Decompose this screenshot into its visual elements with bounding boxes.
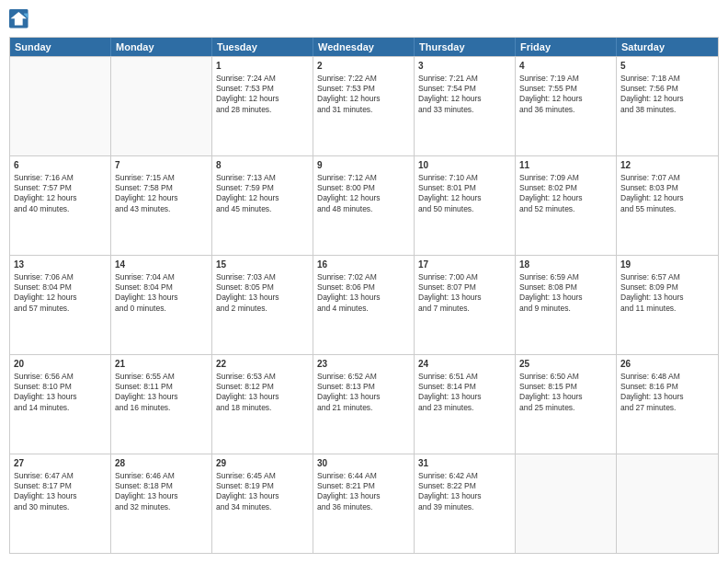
daylight-text-1: Daylight: 13 hours (216, 392, 309, 402)
sunset-text: Sunset: 8:03 PM (620, 183, 714, 193)
day-number: 27 (14, 457, 107, 470)
sunset-text: Sunset: 8:18 PM (115, 481, 208, 491)
sunrise-text: Sunrise: 7:06 AM (14, 272, 107, 282)
calendar-cell: 5Sunrise: 7:18 AMSunset: 7:56 PMDaylight… (617, 57, 718, 155)
sunrise-text: Sunrise: 6:56 AM (14, 372, 107, 382)
calendar-cell: 11Sunrise: 7:09 AMSunset: 8:02 PMDayligh… (516, 156, 617, 255)
daylight-text-2: and 31 minutes. (317, 105, 410, 115)
daylight-text-1: Daylight: 12 hours (14, 293, 107, 303)
sunset-text: Sunset: 7:57 PM (14, 183, 107, 193)
daylight-text-2: and 25 minutes. (519, 403, 612, 413)
daylight-text-1: Daylight: 13 hours (519, 392, 612, 402)
sunrise-text: Sunrise: 7:24 AM (216, 74, 309, 84)
calendar-cell: 24Sunrise: 6:51 AMSunset: 8:14 PMDayligh… (415, 355, 516, 454)
sunrise-text: Sunrise: 7:18 AM (620, 74, 714, 84)
sunset-text: Sunset: 7:56 PM (620, 84, 714, 94)
day-number: 6 (14, 159, 107, 172)
daylight-text-2: and 7 minutes. (418, 304, 511, 314)
day-number: 10 (418, 159, 511, 172)
daylight-text-1: Daylight: 13 hours (418, 392, 511, 402)
daylight-text-2: and 16 minutes. (115, 403, 208, 413)
sunrise-text: Sunrise: 6:52 AM (317, 372, 410, 382)
calendar-cell: 8Sunrise: 7:13 AMSunset: 7:59 PMDaylight… (212, 156, 313, 255)
calendar-cell: 28Sunrise: 6:46 AMSunset: 8:18 PMDayligh… (111, 454, 212, 553)
daylight-text-1: Daylight: 13 hours (115, 491, 208, 501)
logo (9, 9, 31, 29)
sunrise-text: Sunrise: 7:07 AM (620, 173, 714, 183)
calendar-cell: 7Sunrise: 7:15 AMSunset: 7:58 PMDaylight… (111, 156, 212, 255)
daylight-text-2: and 27 minutes. (620, 403, 714, 413)
sunset-text: Sunset: 8:05 PM (216, 282, 309, 293)
day-number: 4 (519, 60, 612, 73)
sunrise-text: Sunrise: 6:44 AM (317, 471, 410, 481)
sunset-text: Sunset: 8:04 PM (115, 282, 208, 293)
sunset-text: Sunset: 8:08 PM (519, 282, 612, 293)
day-number: 19 (620, 259, 714, 271)
calendar-cell: 23Sunrise: 6:52 AMSunset: 8:13 PMDayligh… (313, 355, 415, 454)
daylight-text-1: Daylight: 12 hours (216, 193, 309, 203)
header (9, 9, 719, 29)
calendar: SundayMondayTuesdayWednesdayThursdayFrid… (9, 37, 719, 554)
calendar-row-0: 1Sunrise: 7:24 AMSunset: 7:53 PMDaylight… (10, 56, 718, 155)
daylight-text-1: Daylight: 13 hours (317, 491, 410, 501)
sunset-text: Sunset: 7:55 PM (519, 84, 612, 94)
calendar-cell (516, 454, 617, 553)
daylight-text-2: and 32 minutes. (115, 502, 208, 512)
sunset-text: Sunset: 8:10 PM (14, 382, 107, 392)
sunset-text: Sunset: 8:07 PM (418, 282, 511, 293)
sunrise-text: Sunrise: 7:04 AM (115, 272, 208, 282)
calendar-cell: 1Sunrise: 7:24 AMSunset: 7:53 PMDaylight… (212, 57, 313, 155)
day-number: 12 (620, 159, 714, 172)
daylight-text-2: and 36 minutes. (317, 502, 410, 512)
sunset-text: Sunset: 8:11 PM (115, 382, 208, 392)
day-number: 11 (519, 159, 612, 172)
day-number: 16 (317, 259, 410, 271)
daylight-text-2: and 50 minutes. (418, 204, 511, 214)
sunset-text: Sunset: 8:01 PM (418, 183, 511, 193)
daylight-text-1: Daylight: 13 hours (14, 491, 107, 501)
daylight-text-2: and 4 minutes. (317, 304, 410, 314)
daylight-text-1: Daylight: 13 hours (418, 491, 511, 501)
daylight-text-1: Daylight: 13 hours (115, 392, 208, 402)
sunset-text: Sunset: 7:53 PM (317, 84, 410, 94)
daylight-text-1: Daylight: 12 hours (620, 193, 714, 203)
daylight-text-2: and 0 minutes. (115, 304, 208, 314)
day-number: 7 (115, 159, 208, 172)
calendar-cell: 3Sunrise: 7:21 AMSunset: 7:54 PMDaylight… (415, 57, 516, 155)
calendar-row-3: 20Sunrise: 6:56 AMSunset: 8:10 PMDayligh… (10, 354, 718, 454)
sunrise-text: Sunrise: 7:09 AM (519, 173, 612, 183)
calendar-cell: 25Sunrise: 6:50 AMSunset: 8:15 PMDayligh… (516, 355, 617, 454)
sunset-text: Sunset: 8:15 PM (519, 382, 612, 392)
daylight-text-2: and 55 minutes. (620, 204, 714, 214)
daylight-text-1: Daylight: 12 hours (115, 193, 208, 203)
sunrise-text: Sunrise: 7:16 AM (14, 173, 107, 183)
day-number: 8 (216, 159, 309, 172)
sunrise-text: Sunrise: 7:12 AM (317, 173, 410, 183)
calendar-cell: 9Sunrise: 7:12 AMSunset: 8:00 PMDaylight… (313, 156, 415, 255)
daylight-text-2: and 38 minutes. (620, 105, 714, 115)
daylight-text-2: and 18 minutes. (216, 403, 309, 413)
daylight-text-1: Daylight: 13 hours (216, 293, 309, 303)
calendar-cell: 16Sunrise: 7:02 AMSunset: 8:06 PMDayligh… (313, 256, 415, 354)
calendar-cell: 31Sunrise: 6:42 AMSunset: 8:22 PMDayligh… (415, 454, 516, 553)
calendar-cell: 18Sunrise: 6:59 AMSunset: 8:08 PMDayligh… (516, 256, 617, 354)
calendar-cell (617, 454, 718, 553)
calendar-cell (111, 57, 212, 155)
daylight-text-2: and 11 minutes. (620, 304, 714, 314)
sunset-text: Sunset: 8:19 PM (216, 481, 309, 491)
daylight-text-1: Daylight: 13 hours (519, 293, 612, 303)
day-number: 14 (115, 259, 208, 271)
sunset-text: Sunset: 7:54 PM (418, 84, 511, 94)
calendar-row-2: 13Sunrise: 7:06 AMSunset: 8:04 PMDayligh… (10, 255, 718, 354)
sunrise-text: Sunrise: 6:57 AM (620, 272, 714, 282)
sunrise-text: Sunrise: 7:00 AM (418, 272, 511, 282)
sunset-text: Sunset: 8:22 PM (418, 481, 511, 491)
sunrise-text: Sunrise: 7:02 AM (317, 272, 410, 282)
day-number: 9 (317, 159, 410, 172)
daylight-text-2: and 36 minutes. (519, 105, 612, 115)
daylight-text-1: Daylight: 12 hours (519, 94, 612, 104)
day-number: 22 (216, 358, 309, 371)
weekday-header-sunday: Sunday (10, 38, 111, 56)
daylight-text-1: Daylight: 12 hours (418, 193, 511, 203)
sunrise-text: Sunrise: 7:22 AM (317, 74, 410, 84)
